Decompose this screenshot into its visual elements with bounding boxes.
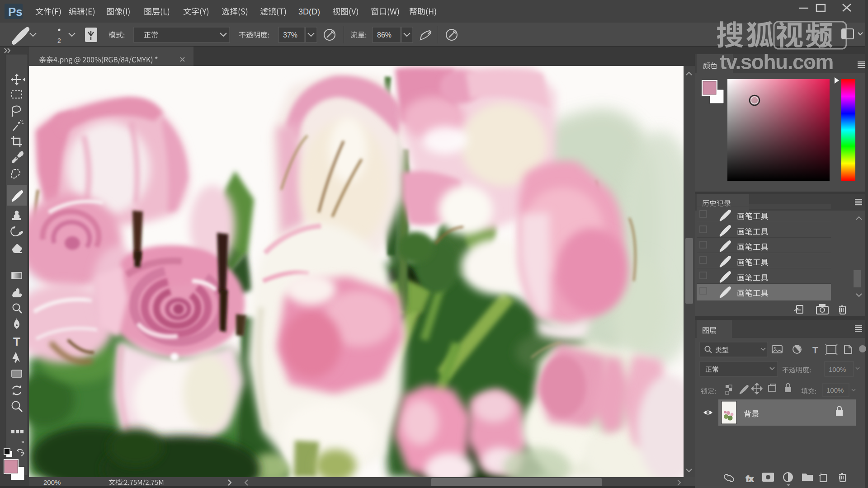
- svg-text:200%: 200%: [43, 479, 61, 486]
- svg-text:Ps: Ps: [8, 5, 23, 19]
- svg-text:86%: 86%: [377, 31, 392, 39]
- svg-text:tv.sohu.com: tv.sohu.com: [720, 50, 833, 74]
- svg-text:37%: 37%: [283, 31, 297, 39]
- svg-text:2: 2: [57, 37, 61, 44]
- svg-text:100%: 100%: [826, 386, 844, 394]
- svg-text:fx: fx: [746, 474, 754, 483]
- svg-text:T: T: [13, 335, 20, 348]
- svg-text:100%: 100%: [829, 366, 846, 373]
- svg-text:3D(D): 3D(D): [298, 7, 320, 16]
- svg-text:T: T: [812, 345, 818, 355]
